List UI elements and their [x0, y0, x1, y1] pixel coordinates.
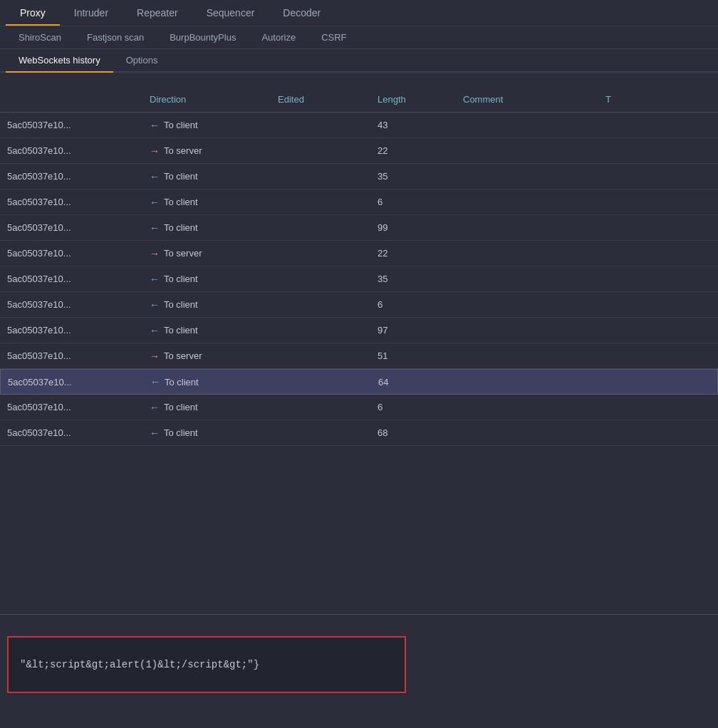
cell-comment: [456, 172, 598, 181]
cell-length: 22: [370, 244, 456, 263]
cell-length: 51: [370, 346, 456, 365]
cell-length: 68: [370, 423, 456, 442]
cell-t: [598, 301, 641, 309]
cell-url: 5ac05037e10...: [0, 346, 142, 365]
cell-length: 35: [370, 269, 456, 288]
direction-text: To client: [164, 274, 198, 284]
cell-length: 97: [370, 321, 456, 340]
cell-comment: [456, 301, 598, 309]
tab-repeater[interactable]: Repeater: [123, 0, 192, 26]
table-row[interactable]: 5ac05037e10...←To client35: [0, 266, 718, 292]
cell-comment: [456, 403, 598, 412]
table-row[interactable]: 5ac05037e10...←To client6: [0, 189, 718, 215]
code-display: "&lt;script&gt;alert(1)&lt;/script&gt;"}: [7, 636, 406, 693]
cell-edited: [271, 429, 370, 437]
cell-comment: [456, 352, 598, 360]
cell-t: [598, 172, 641, 181]
cell-edited: [271, 326, 370, 335]
top-nav: Proxy Intruder Repeater Sequencer Decode…: [0, 0, 718, 26]
cell-edited: [271, 224, 370, 232]
websockets-table: Direction Edited Length Comment T 5ac050…: [0, 87, 718, 446]
cell-direction: →To server: [142, 244, 271, 264]
cell-edited: [271, 147, 370, 155]
table-row[interactable]: 5ac05037e10...←To client6: [0, 292, 718, 318]
direction-arrow-icon: ←: [150, 325, 160, 336]
cell-url: 5ac05037e10...: [0, 321, 142, 340]
cell-t: [598, 352, 641, 360]
cell-length: 35: [370, 167, 456, 186]
tab-options[interactable]: Options: [113, 49, 171, 71]
cell-t: [598, 403, 641, 412]
cell-t: [598, 326, 641, 335]
tab-intruder[interactable]: Intruder: [60, 0, 123, 26]
cell-direction: →To server: [142, 346, 271, 366]
cell-direction: ←To client: [142, 269, 271, 289]
direction-text: To server: [164, 145, 202, 156]
tab-decoder[interactable]: Decoder: [269, 0, 335, 26]
table-row[interactable]: 5ac05037e10...←To client68: [0, 420, 718, 446]
table-row[interactable]: 5ac05037e10...←To client97: [0, 318, 718, 343]
cell-direction: ←To client: [142, 423, 271, 443]
cell-edited: [271, 249, 370, 258]
col-header-edited[interactable]: Edited: [271, 91, 370, 108]
direction-text: To server: [164, 350, 202, 361]
col-header-length[interactable]: Length: [370, 91, 456, 108]
second-nav: ShiroScan Fastjson scan BurpBountyPlus A…: [0, 26, 718, 49]
table-row[interactable]: 5ac05037e10...←To client43: [0, 113, 718, 138]
table-row[interactable]: 5ac05037e10...→To server22: [0, 138, 718, 164]
direction-arrow-icon: →: [150, 145, 160, 157]
cell-url: 5ac05037e10...: [0, 269, 142, 288]
table-row[interactable]: 5ac05037e10...←To client99: [0, 215, 718, 241]
cell-length: 6: [370, 192, 456, 212]
cell-direction: ←To client: [142, 192, 271, 212]
cell-length: 43: [370, 115, 456, 135]
tab-autorize[interactable]: Autorize: [249, 26, 308, 48]
cell-t: [598, 121, 641, 130]
table-row[interactable]: 5ac05037e10...←To client6: [0, 395, 718, 420]
cell-url: 5ac05037e10...: [0, 192, 142, 212]
table-row[interactable]: 5ac05037e10...→To server22: [0, 241, 718, 266]
cell-url: 5ac05037e10...: [0, 397, 142, 417]
cell-edited: [271, 301, 370, 309]
col-header-direction[interactable]: Direction: [142, 91, 271, 108]
tab-sequencer[interactable]: Sequencer: [192, 0, 269, 26]
spacer: [0, 73, 718, 87]
col-header-t[interactable]: T: [598, 91, 641, 108]
tab-shiroscan[interactable]: ShiroScan: [6, 26, 74, 48]
third-nav: WebSockets history Options: [0, 49, 718, 73]
direction-text: To server: [164, 248, 202, 259]
tab-websockets[interactable]: WebSockets history: [6, 49, 113, 71]
cell-comment: [456, 326, 598, 335]
direction-arrow-icon: →: [150, 350, 160, 362]
cell-direction: ←To client: [142, 218, 271, 238]
cell-comment: [456, 275, 598, 284]
cell-edited: [271, 352, 370, 360]
tab-csrf[interactable]: CSRF: [308, 26, 359, 48]
cell-length: 99: [370, 218, 456, 237]
cell-edited: [271, 172, 370, 181]
cell-direction: ←To client: [142, 115, 271, 135]
table-row[interactable]: 5ac05037e10...←To client35: [0, 164, 718, 189]
table-body: 5ac05037e10...←To client435ac05037e10...…: [0, 113, 718, 446]
cell-url: 5ac05037e10...: [0, 141, 142, 160]
cell-comment: [457, 378, 599, 386]
tab-burpbounty[interactable]: BurpBountyPlus: [157, 26, 249, 48]
table-row[interactable]: 5ac05037e10...→To server51: [0, 343, 718, 369]
cell-length: 64: [371, 373, 457, 392]
direction-text: To client: [164, 427, 198, 438]
cell-url: 5ac05037e10...: [1, 373, 143, 392]
tab-fastjson[interactable]: Fastjson scan: [74, 26, 157, 48]
cell-comment: [456, 147, 598, 155]
direction-text: To client: [164, 171, 198, 182]
cell-url: 5ac05037e10...: [0, 115, 142, 135]
direction-text: To client: [164, 222, 198, 233]
tab-proxy[interactable]: Proxy: [6, 0, 60, 26]
direction-text: To client: [164, 299, 198, 310]
cell-direction: ←To client: [143, 372, 271, 392]
direction-text: To client: [165, 377, 199, 388]
col-header-comment[interactable]: Comment: [456, 91, 598, 108]
direction-text: To client: [164, 197, 198, 207]
cell-direction: →To server: [142, 141, 271, 161]
table-row[interactable]: 5ac05037e10...←To client64: [0, 369, 718, 395]
cell-t: [598, 147, 641, 155]
